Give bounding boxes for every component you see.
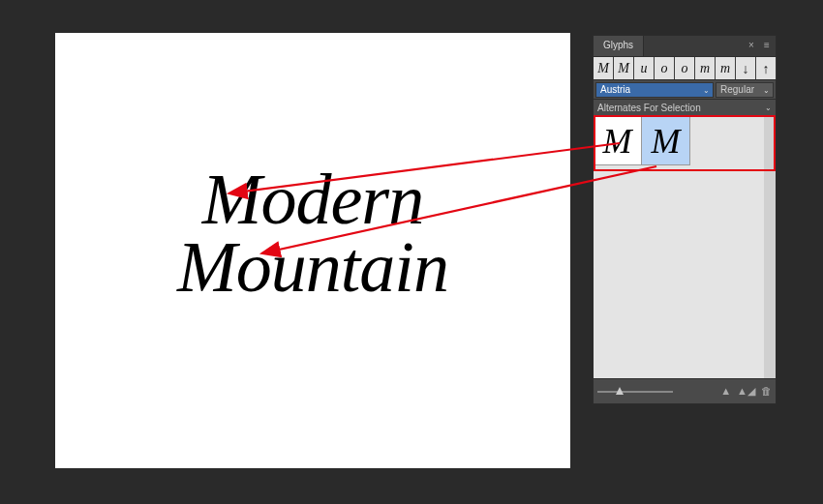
glyphs-panel: Glyphs × ≡ M M u o o m m ↓ ↑ Austria ⌄ R…	[593, 35, 777, 404]
panel-footer: ▲ ▲◢ 🗑	[594, 378, 776, 403]
font-family-value: Austria	[600, 84, 630, 95]
glyph-alternate[interactable]: M	[594, 117, 642, 165]
recent-glyph[interactable]: o	[655, 57, 675, 79]
text-line-2: Mountain	[177, 233, 448, 301]
recent-glyph[interactable]: M	[594, 57, 614, 79]
glyph-grid: M M	[594, 117, 776, 378]
recent-glyphs-strip: M M u o o m m ↓ ↑	[594, 57, 776, 80]
font-family-select[interactable]: Austria ⌄	[595, 82, 714, 98]
scrollbar[interactable]	[764, 117, 776, 378]
recent-glyph[interactable]: o	[675, 57, 695, 79]
footer-icons: ▲ ▲◢ 🗑	[720, 385, 772, 398]
chevron-down-icon: ⌄	[765, 104, 772, 112]
arrow-up-icon[interactable]: ↑	[756, 57, 777, 79]
zoom-thumb[interactable]	[616, 387, 624, 395]
zoom-track	[597, 391, 673, 393]
panel-tabbar: Glyphs × ≡	[594, 36, 776, 57]
show-mode-select[interactable]: Alternates For Selection ⌄	[594, 100, 776, 117]
glyph-alternate-selected[interactable]: M	[642, 117, 690, 165]
close-icon[interactable]: ×	[745, 38, 758, 51]
arrow-down-icon[interactable]: ↓	[736, 57, 756, 79]
panel-tab-glyphs[interactable]: Glyphs	[594, 36, 644, 56]
font-row: Austria ⌄ Regular ⌄	[594, 80, 776, 100]
recent-glyph[interactable]: m	[716, 57, 736, 79]
chevron-down-icon: ⌄	[763, 85, 770, 94]
document-canvas[interactable]: Modern Mountain	[55, 33, 570, 468]
chevron-down-icon: ⌄	[703, 85, 710, 94]
text-line-1: Modern	[177, 165, 448, 233]
zoom-in-icon[interactable]: ▲◢	[737, 385, 755, 398]
zoom-slider[interactable]	[597, 387, 673, 397]
panel-menu-icon[interactable]: ≡	[760, 38, 774, 51]
recent-glyph[interactable]: m	[695, 57, 716, 79]
zoom-out-icon[interactable]: ▲	[720, 385, 731, 398]
font-style-value: Regular	[720, 84, 754, 95]
canvas-text[interactable]: Modern Mountain	[177, 165, 448, 302]
font-style-select[interactable]: Regular ⌄	[716, 82, 774, 98]
show-mode-value: Alternates For Selection	[597, 103, 701, 113]
trash-icon[interactable]: 🗑	[761, 385, 772, 398]
recent-glyph[interactable]: M	[614, 57, 634, 79]
recent-glyph[interactable]: u	[634, 57, 655, 79]
